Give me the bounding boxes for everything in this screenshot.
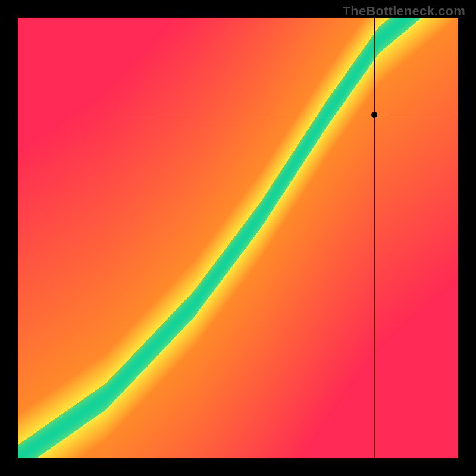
marker-dot	[371, 112, 377, 118]
chart-frame: TheBottleneck.com	[0, 0, 476, 476]
crosshair-vertical	[374, 18, 375, 458]
heatmap-plot	[18, 18, 458, 458]
heatmap-canvas	[18, 18, 458, 458]
watermark-text: TheBottleneck.com	[343, 4, 465, 19]
crosshair-horizontal	[18, 115, 458, 115]
